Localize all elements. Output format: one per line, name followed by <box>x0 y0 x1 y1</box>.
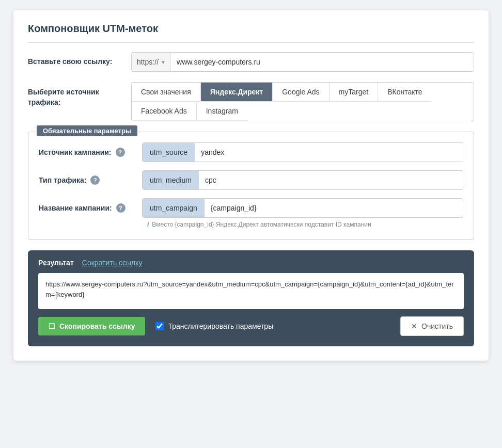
copy-label: Скопировать ссылку <box>59 322 135 330</box>
medium-help-icon[interactable]: ? <box>90 175 100 185</box>
copy-button[interactable]: ❏ Скопировать ссылку <box>38 317 145 335</box>
clear-icon: ✕ <box>411 322 417 330</box>
utm-campaign-value[interactable] <box>205 199 463 217</box>
utm-medium-label: Тип трафика: ? <box>39 170 142 185</box>
utm-medium-row: Тип трафика: ? utm_medium <box>39 170 463 190</box>
chevron-down-icon: ▾ <box>162 59 165 66</box>
utm-source-value[interactable] <box>195 143 463 162</box>
copy-icon: ❏ <box>49 322 55 330</box>
result-section: Результат Сократить ссылку https://www.s… <box>28 250 474 346</box>
shorten-link[interactable]: Сократить ссылку <box>82 259 143 267</box>
required-params-section: Обязательные параметры Источник кампании… <box>28 132 474 240</box>
url-input-group: https:// ▾ <box>131 52 474 72</box>
utm-medium-input-group: utm_medium <box>142 170 463 190</box>
result-actions: ❏ Скопировать ссылку Транслитерировать п… <box>38 316 464 336</box>
utm-builder-container: Компоновщик UTM-меток Вставьте свою ссыл… <box>13 10 489 361</box>
source-btn-mytarget[interactable]: myTarget <box>330 83 379 102</box>
source-btn-own[interactable]: Свои значения <box>132 83 201 102</box>
utm-campaign-key: utm_campaign <box>143 199 205 217</box>
source-btn-facebook[interactable]: Facebook Ads <box>132 102 197 121</box>
utm-campaign-field: utm_campaign <box>142 198 463 218</box>
source-row: Выберите источник трафика: Свои значения… <box>28 82 474 121</box>
source-help-icon[interactable]: ? <box>116 148 125 157</box>
campaign-help-icon[interactable]: ? <box>116 203 126 213</box>
utm-medium-field: utm_medium <box>142 170 463 190</box>
result-url-box: https://www.sergey-computers.ru?utm_sour… <box>38 273 464 309</box>
clear-label: Очистить <box>421 322 453 330</box>
source-btn-vk[interactable]: ВКонтакте <box>378 83 431 102</box>
source-row-2: Facebook Ads Instagram <box>132 102 474 121</box>
url-input[interactable] <box>170 53 474 71</box>
transliterate-checkbox[interactable] <box>155 322 164 330</box>
protocol-text: https:// <box>137 58 159 66</box>
utm-source-input-group: utm_source <box>142 142 463 162</box>
transliterate-label[interactable]: Транслитерировать параметры <box>155 322 273 330</box>
utm-campaign-label: Название кампании: ? <box>39 198 142 213</box>
result-url-text: https://www.sergey-computers.ru?utm_sour… <box>45 280 454 298</box>
utm-source-label: Источник кампании: ? <box>39 142 142 157</box>
utm-source-row: Источник кампании: ? utm_source <box>39 142 463 162</box>
source-btn-instagram[interactable]: Instagram <box>197 102 247 121</box>
utm-campaign-hint: i Вместо {campaign_id} Яндекс.Директ авт… <box>142 218 463 229</box>
utm-campaign-input-group: utm_campaign i Вместо {campaign_id} Янде… <box>142 198 463 229</box>
source-btn-google[interactable]: Google Ads <box>273 83 329 102</box>
required-params-title: Обязательные параметры <box>37 125 137 136</box>
url-label: Вставьте свою ссылку: <box>28 57 131 67</box>
source-buttons-group: Свои значения Яндекс.Директ Google Ads m… <box>131 82 474 121</box>
utm-campaign-row: Название кампании: ? utm_campaign i Вмес… <box>39 198 463 229</box>
utm-source-field: utm_source <box>142 142 463 162</box>
clear-button[interactable]: ✕ Очистить <box>400 316 464 336</box>
info-icon: i <box>147 221 149 228</box>
transliterate-text: Транслитерировать параметры <box>168 322 273 330</box>
url-row: Вставьте свою ссылку: https:// ▾ <box>28 52 474 72</box>
utm-source-key: utm_source <box>143 143 195 162</box>
source-row-1: Свои значения Яндекс.Директ Google Ads m… <box>132 83 474 102</box>
result-tab[interactable]: Результат <box>38 259 74 267</box>
source-label: Выберите источник трафика: <box>28 87 131 107</box>
utm-medium-key: utm_medium <box>143 171 199 189</box>
protocol-selector[interactable]: https:// ▾ <box>132 53 170 71</box>
utm-medium-value[interactable] <box>199 171 463 189</box>
page-title: Компоновщик UTM-меток <box>28 23 474 43</box>
result-header: Результат Сократить ссылку <box>38 259 464 267</box>
source-btn-yandex[interactable]: Яндекс.Директ <box>201 83 273 102</box>
